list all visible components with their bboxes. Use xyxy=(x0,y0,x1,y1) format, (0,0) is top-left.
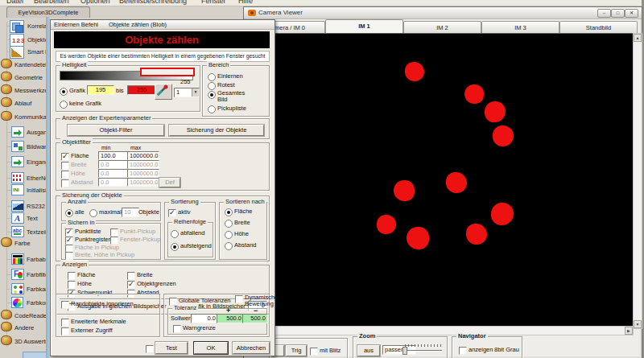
viewer-bottom-bar: Trig mit Blitz Zoom aus passend Navigato… xyxy=(244,334,642,358)
close-button[interactable]: ✕ xyxy=(625,9,638,18)
max-brightness-label: 255 xyxy=(180,78,191,85)
sidebar-item-label: Eingang xyxy=(27,158,46,166)
toleranz-group: Toleranz Sollwert 0.0 + − 500.0 500.0 Wa… xyxy=(167,308,267,335)
sicherung-objekte-button[interactable]: Sicherung der Objekte xyxy=(169,125,264,136)
experten-legend: Anzeigen der Expertenparameter xyxy=(60,114,152,121)
brightness-to-field[interactable]: 255 xyxy=(127,85,156,95)
sidebar-item-korrelation[interactable]: Korrelation xyxy=(0,19,46,34)
sidebar-item-farbkanal[interactable]: Farbkanal xyxy=(0,282,46,297)
checkbox-label: aktiv xyxy=(178,208,190,216)
sidebar-item-farbabstand[interactable]: Farbabstand xyxy=(0,253,46,267)
viewer-titlebar[interactable]: Camera Viewer – □ ✕ xyxy=(244,7,642,19)
sidebar-item-label: Farbfilter xyxy=(27,271,46,278)
anzahl-count-field[interactable]: 10 xyxy=(122,208,139,217)
checkbox-label: Randobjekte ignorieren xyxy=(71,300,134,307)
sidebar-item-label: Textzeile xyxy=(27,228,46,236)
objekt-filter-button[interactable]: Objekt-Filter xyxy=(68,125,164,136)
zoom-aus-button[interactable]: aus xyxy=(357,345,380,356)
dialog-titlebar[interactable]: Einlernen Befehl Objekte zählen (Blob) xyxy=(51,20,275,30)
tab-im-2[interactable]: IM 2 xyxy=(403,21,481,34)
tab-im-3[interactable]: IM 3 xyxy=(481,21,559,34)
dialog-banner: Objekte zählen xyxy=(54,31,270,48)
menu-item-befehlsbeschreibung[interactable]: Befehlsbeschreibung xyxy=(119,0,187,5)
scroll-down-icon[interactable]: ▼ xyxy=(634,320,642,328)
anzeigen-legend: Anzeigen xyxy=(60,261,89,268)
checkbox-label: Fläche xyxy=(71,152,89,159)
sidebar-item-3d-auswertung[interactable]: 3D Auswertung xyxy=(0,335,46,349)
category-icon xyxy=(1,97,12,107)
sidebar-item-bildwandler[interactable]: Bildwandler xyxy=(0,140,46,154)
sollwert-field[interactable]: 0.0 xyxy=(191,314,218,323)
sidebar-scrollbar[interactable] xyxy=(23,352,46,358)
tab-standbild[interactable]: Standbild xyxy=(559,21,638,34)
sortieren-nach-legend: Sortieren nach xyxy=(224,198,266,205)
menu-item-optionen[interactable]: Optionen xyxy=(80,0,110,5)
bis-label: bis xyxy=(116,87,124,94)
detected-object-blob xyxy=(491,203,514,225)
zoom-slider-thumb[interactable] xyxy=(402,347,407,355)
reihenfolge-group: Reihenfolge abfallend aufsteigend xyxy=(167,222,213,257)
checkbox-label: Abstand xyxy=(71,179,93,186)
chevron-down-icon[interactable]: ▼ xyxy=(192,88,199,97)
filter-fläche-min-field[interactable]: 100.0 xyxy=(98,151,129,160)
sidebar-item-andere[interactable]: Andere xyxy=(0,321,46,335)
toleranz-plus-field[interactable]: 500.0 xyxy=(217,314,244,323)
vertical-scrollbar[interactable]: ▲ ▼ xyxy=(633,33,642,329)
checkbox-box xyxy=(173,325,181,333)
sortieren-nach-group: Sortieren nach FlächeBreiteHöheAbstand xyxy=(219,202,267,260)
filter-höhe-min-field[interactable]: 0.0 xyxy=(98,169,129,178)
dialog-menu-einlernen[interactable]: Einlernen Befehl xyxy=(54,21,98,28)
layer-dropdown[interactable]: 1 ▼ xyxy=(174,88,200,97)
scroll-up-icon[interactable]: ▲ xyxy=(634,34,642,42)
filter-breite-max-field[interactable]: 1000000.0 xyxy=(127,160,159,169)
radio-label: Einlernen xyxy=(217,72,243,80)
toleranzen-group: Globale Toleranzen Dynamische Bewertung … xyxy=(163,294,270,337)
menu-item-datei[interactable]: Datei xyxy=(6,0,23,5)
filter-höhe-max-field[interactable]: 1000000.0 xyxy=(127,169,159,178)
filter-fläche-max-field[interactable]: 1000000.0 xyxy=(127,151,159,160)
sidebar-item-farbfilter[interactable]: Farbfilter xyxy=(0,268,46,282)
pipette-icon[interactable] xyxy=(155,84,172,100)
menu-item-bearbeiten[interactable]: Bearbeiten xyxy=(34,0,69,5)
sidebar-item-ablauf[interactable]: Ablauf xyxy=(0,97,46,111)
checkbox-box xyxy=(127,272,135,280)
detected-object-blob xyxy=(446,172,467,193)
ok-button[interactable]: OK xyxy=(194,342,228,354)
farbkontrast-icon xyxy=(11,297,23,308)
rs232-icon xyxy=(11,200,24,212)
tab-im-1[interactable]: IM 1 xyxy=(325,19,403,34)
filter-abstand-max-field[interactable]: 1000000.0 xyxy=(127,178,159,187)
def-button[interactable]: Def xyxy=(159,178,180,187)
camera-image[interactable] xyxy=(247,33,634,327)
menu-bar: DateiBearbeitenOptionenBefehlsbeschreibu… xyxy=(0,0,644,6)
test-button[interactable]: Test xyxy=(155,342,188,354)
sidebar-item-kommunikation[interactable]: Kommunikation xyxy=(0,110,46,125)
trig-button[interactable]: Trig xyxy=(286,345,307,356)
filter-abstand-min-field[interactable]: 0.0 xyxy=(98,178,129,187)
maximize-button[interactable]: □ xyxy=(611,9,625,18)
sidebar-item-label: EtherNet/IP xyxy=(27,175,46,182)
brightness-range-indicator[interactable] xyxy=(140,68,195,76)
abbrechen-button[interactable]: Abbrechen xyxy=(233,342,270,354)
brightness-from-field[interactable]: 195 xyxy=(87,85,114,95)
sichern-in-legend: Sichern in xyxy=(66,219,96,226)
bereich-group: Bereich EinlernenRotestGesamtes BildPick… xyxy=(202,65,270,117)
sidebar-item-initialisierung[interactable]: Initialisierung xyxy=(0,183,46,198)
category-icon xyxy=(1,310,12,319)
toleranz-minus-field[interactable]: 500.0 xyxy=(242,314,268,323)
project-tab[interactable]: EyeVision3DComplete xyxy=(6,6,90,18)
menu-item-fenster[interactable]: Fenster xyxy=(201,0,226,5)
checkbox-box xyxy=(61,179,69,187)
checkbox-box xyxy=(65,252,73,260)
filter-breite-min-field[interactable]: 0.0 xyxy=(98,160,129,169)
objektfilter-group: Objektfilter min max Fläche100.01000000.… xyxy=(56,142,270,191)
checkbox-label: Erweiterte Merkmale xyxy=(71,318,126,325)
sidebar-item-eingang[interactable]: Eingang xyxy=(0,155,46,170)
minimize-button[interactable]: – xyxy=(597,9,611,18)
dialog-menu-befehl[interactable]: Objekte zählen (Blob) xyxy=(109,21,167,28)
sidebar-item-text[interactable]: Text xyxy=(0,212,46,226)
radio-dot xyxy=(208,105,216,113)
menu-item-hilfe[interactable]: Hilfe xyxy=(238,0,253,5)
sidebar-item-ausgang[interactable]: Ausgang xyxy=(0,126,46,140)
sidebar-item-farbe[interactable]: Farbe xyxy=(0,237,46,251)
